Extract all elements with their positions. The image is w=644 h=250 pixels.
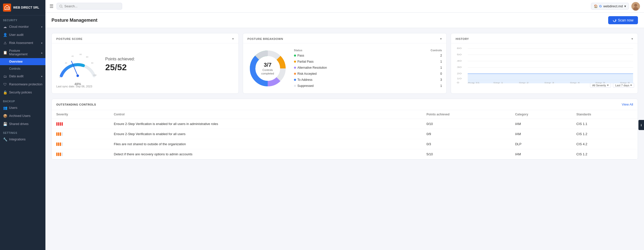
sidebar-item-archived-users[interactable]: 📦 Archived Users — [0, 112, 45, 120]
avatar[interactable] — [631, 2, 640, 11]
search-bar[interactable] — [57, 3, 122, 10]
sidebar-item-users[interactable]: 👥 Users — [0, 104, 45, 112]
breakdown-title: POSTURE BREAKDOWN — [248, 37, 283, 40]
sidebar-item-shared-drives[interactable]: 💾 Shared drives — [0, 120, 45, 128]
google-icon: G — [599, 4, 602, 8]
control-cell: Detect if there are recovery options to … — [109, 149, 422, 159]
svg-text:0: 0 — [59, 76, 61, 78]
donut-chart: 3/7 Controlscompleted — [248, 48, 288, 89]
cards-row: POSTURE SCORE ▾ — [51, 33, 638, 94]
svg-point-15 — [76, 74, 79, 77]
scan-now-button[interactable]: Scan now — [608, 16, 638, 24]
sidebar-item-risk-assessment[interactable]: ⚠ Risk Assessment ▾ — [0, 39, 45, 47]
domain-bar: 🏠 G webdirect.md ▾ — [591, 3, 629, 10]
chevron-data-audit: ▾ — [41, 75, 42, 78]
svg-text:30: 30 — [457, 66, 462, 68]
sidebar-item-cloud-monitor[interactable]: ☁ Cloud monitor ▾ — [0, 23, 45, 31]
refresh-icon — [613, 18, 616, 22]
svg-point-5 — [634, 4, 637, 7]
sidebar-label-posture: Posture Management — [9, 49, 39, 56]
sidebar-sub-controls[interactable]: Controls — [0, 65, 45, 72]
hamburger-icon[interactable]: ☰ — [49, 4, 53, 9]
history-card: HISTORY ▾ 60 50 40 30 20 10 0 — [451, 33, 638, 94]
table-row: Detect if there are recovery options to … — [52, 149, 638, 159]
chevron-breakdown[interactable]: ▾ — [440, 37, 442, 41]
gauge-percent-label: 48% — [56, 82, 99, 86]
count-cell: 0 — [404, 71, 442, 77]
section-title-backup: BACKUP — [0, 96, 45, 104]
svg-point-2 — [60, 5, 62, 7]
sidebar-item-data-audit[interactable]: 🗂 Data audit ▾ — [0, 72, 45, 80]
severity-indicator — [56, 142, 105, 146]
sidebar-logo: WD WEB DIRECT SRL — [0, 0, 45, 15]
points-area: Points achieved: 25/52 — [105, 57, 135, 72]
view-all-link[interactable]: View All — [622, 103, 633, 106]
sidebar-item-integrations[interactable]: 🔧 Integrations — [0, 135, 45, 143]
svg-text:40: 40 — [457, 60, 462, 62]
svg-text:60: 60 — [457, 47, 462, 49]
points-cell: 0/10 — [422, 119, 511, 129]
history-header: HISTORY ▾ — [451, 33, 638, 43]
svg-text:Sep 6: Sep 6 — [620, 82, 630, 84]
severity-indicator — [56, 132, 105, 136]
outstanding-controls-section: OUTSTANDING CONTROLS View All Severity C… — [51, 99, 638, 160]
sidebar-label-cloud-monitor: Cloud monitor — [9, 25, 29, 29]
outstanding-header: OUTSTANDING CONTROLS View All — [52, 99, 638, 110]
sidebar-item-user-audit[interactable]: 👤 User audit — [0, 31, 45, 39]
sidebar-label-drives: Shared drives — [9, 122, 29, 126]
chevron-score[interactable]: ▾ — [232, 37, 234, 41]
sidebar-item-posture-management[interactable]: 📋 Posture Management ▴ — [0, 47, 45, 58]
count-cell: 3 — [404, 77, 442, 83]
topbar-right: 🏠 G webdirect.md ▾ — [591, 2, 640, 11]
breakdown-row: Partial Pass 1 — [294, 59, 442, 65]
col-points: Points achieved — [422, 110, 511, 119]
sidebar: WD WEB DIRECT SRL SECURITY ☁ Cloud monit… — [0, 0, 45, 250]
standards-cell: CIS 1.2 — [572, 129, 638, 139]
sidebar-section-settings: SETTINGS 🔧 Integrations — [0, 128, 45, 143]
status-cell: Suppressed — [294, 83, 404, 89]
posture-score-body: 0 20 40 60 80 90 100 — [52, 43, 238, 92]
breakdown-row: To Address 3 — [294, 77, 442, 83]
sidebar-item-ransomware[interactable]: 🛡 Ransomware protection — [0, 80, 45, 88]
risk-icon: ⚠ — [3, 41, 7, 45]
logo-icon: WD — [3, 4, 11, 12]
svg-text:100: 100 — [93, 74, 97, 76]
count-cell: 1 — [404, 83, 442, 89]
chevron-severity: ▾ — [607, 84, 609, 87]
breakdown-body: 3/7 Controlscompleted Status Controls — [243, 43, 447, 93]
history-body: 60 50 40 30 20 10 0 — [451, 43, 638, 90]
cloud-icon: ☁ — [3, 25, 7, 29]
svg-text:WD: WD — [6, 7, 9, 9]
svg-text:Sep 1: Sep 1 — [493, 82, 503, 84]
svg-text:60: 60 — [79, 53, 82, 56]
integrations-icon: 🔧 — [3, 137, 7, 141]
svg-text:Sep 3: Sep 3 — [544, 82, 554, 84]
sidebar-sub-overview[interactable]: Overview — [0, 58, 45, 65]
info-badge[interactable]: i — [638, 120, 644, 130]
breakdown-table: Status Controls Pass 2Partial Pass 1Alte… — [294, 48, 442, 89]
sidebar-item-security-policies[interactable]: 🔒 Security policies — [0, 88, 45, 96]
status-cell: Pass — [294, 53, 404, 59]
posture-score-title: POSTURE SCORE — [56, 37, 83, 40]
control-cell: Ensure 2-Step Verification is enabled fo… — [109, 129, 422, 139]
svg-text:40: 40 — [71, 55, 74, 57]
svg-text:80: 80 — [86, 56, 88, 58]
count-cell: 1 — [404, 65, 442, 71]
search-input[interactable] — [64, 4, 115, 8]
chevron-history[interactable]: ▾ — [631, 37, 633, 41]
search-icon — [59, 5, 63, 8]
severity-indicator — [56, 153, 105, 156]
points-cell: 0/3 — [422, 139, 511, 149]
status-cell: To Address — [294, 77, 404, 83]
content-area: POSTURE SCORE ▾ — [45, 28, 644, 250]
points-cell: 5/10 — [422, 149, 511, 159]
controls-table: Severity Control Points achieved Categor… — [52, 110, 638, 159]
severity-indicator — [56, 122, 105, 126]
topbar: ☰ 🏠 G webdirect.md ▾ — [45, 0, 644, 13]
sidebar-label-integrations: Integrations — [9, 138, 25, 141]
svg-line-3 — [62, 7, 63, 8]
control-cell: Ensure 2-Step Verification is enabled fo… — [109, 119, 422, 129]
points-cell: 0/9 — [422, 129, 511, 139]
category-cell: IAM — [511, 149, 572, 159]
table-row: Files are not shared to outside of the o… — [52, 139, 638, 149]
